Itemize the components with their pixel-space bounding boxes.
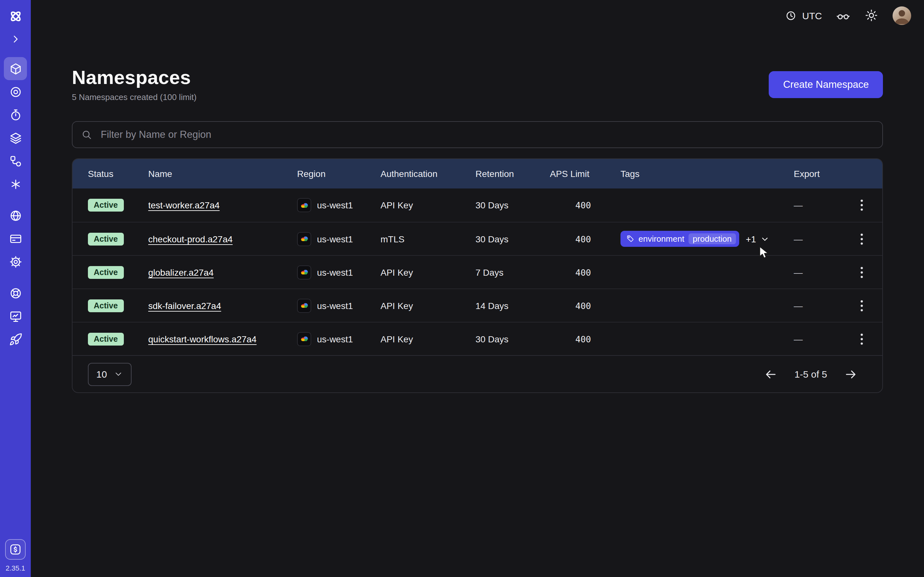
aps-limit-value: 400 — [550, 300, 620, 311]
status-cell: Active — [88, 199, 148, 211]
clock-icon — [785, 9, 797, 21]
auth-label: API Key — [381, 200, 475, 210]
tags-expand-chevron[interactable] — [760, 234, 770, 244]
sidebar-item-batch[interactable] — [4, 172, 27, 195]
sidebar-item-settings[interactable] — [4, 250, 27, 273]
menu-cell — [849, 264, 875, 280]
cube-icon — [9, 62, 22, 75]
table-row: Active sdk-failover.a27a4 us-west1 API K… — [73, 288, 882, 322]
search-bar — [72, 121, 883, 148]
namespace-link[interactable]: sdk-failover.a27a4 — [148, 300, 221, 311]
status-badge: Active — [88, 266, 124, 279]
status-cell: Active — [88, 266, 148, 279]
table-footer: 10 1-5 of 5 — [73, 355, 882, 392]
export-value: — — [794, 234, 849, 244]
sidebar-item-support[interactable] — [4, 282, 27, 305]
tag-key-label: environment — [638, 234, 684, 243]
tag-chip[interactable]: environment production — [620, 231, 740, 247]
table-body: Active test-worker.a27a4 us-west1 API Ke… — [73, 189, 882, 355]
status-badge: Active — [88, 232, 124, 245]
temporal-logo[interactable] — [6, 6, 25, 26]
export-value: — — [794, 334, 849, 344]
sidebar-item-namespaces[interactable] — [4, 57, 27, 80]
theme-toggle-button[interactable] — [864, 8, 879, 23]
user-avatar[interactable] — [893, 6, 911, 25]
arrow-left-icon — [764, 367, 778, 381]
kebab-icon — [853, 297, 870, 314]
gcp-cloud-icon — [297, 332, 311, 346]
chevron-down-icon — [113, 369, 123, 379]
gear-icon — [9, 255, 22, 268]
kebab-icon — [853, 264, 870, 280]
export-value: — — [794, 200, 849, 210]
workflow-icon — [9, 154, 22, 168]
column-header-name: Name — [148, 169, 297, 179]
table-row: Active quickstart-workflows.a27a4 us-wes… — [73, 322, 882, 355]
status-badge: Active — [88, 199, 124, 211]
sidebar-item-billing[interactable] — [4, 227, 27, 250]
auth-label: mTLS — [381, 234, 475, 244]
row-menu-button[interactable] — [853, 230, 870, 247]
sidebar-expand-button[interactable] — [6, 29, 25, 49]
page-size-select[interactable]: 10 — [88, 363, 131, 386]
chevron-right-icon — [10, 33, 21, 45]
tags-more-label: +1 — [746, 234, 756, 244]
row-menu-button[interactable] — [853, 197, 870, 213]
menu-cell — [849, 330, 875, 347]
menu-cell — [849, 230, 875, 247]
retention-label: 30 Days — [475, 234, 550, 244]
row-menu-button[interactable] — [853, 297, 870, 314]
column-header-status: Status — [88, 169, 148, 179]
create-namespace-button[interactable]: Create Namespace — [769, 71, 883, 98]
timezone-button[interactable]: UTC — [785, 9, 822, 21]
topbar: UTC — [31, 0, 924, 31]
gcp-cloud-icon — [297, 232, 311, 246]
next-page-button[interactable] — [844, 367, 858, 381]
search-input[interactable] — [72, 121, 883, 148]
credit-card-icon — [9, 232, 22, 245]
status-cell: Active — [88, 299, 148, 312]
sidebar-item-monitor[interactable] — [4, 80, 27, 103]
app-root: 2.35.1 UTC — [0, 0, 924, 577]
aps-limit-value: 400 — [550, 200, 620, 210]
sidebar-item-schedules[interactable] — [4, 103, 27, 126]
region-cell: us-west1 — [297, 298, 381, 313]
name-cell: checkout-prod.a27a4 — [148, 234, 297, 244]
region-label: us-west1 — [317, 234, 353, 244]
search-icon — [81, 129, 92, 140]
status-cell: Active — [88, 232, 148, 245]
lifebuoy-icon — [9, 286, 22, 300]
aps-limit-value: 400 — [550, 267, 620, 277]
page-content: Namespaces 5 Namespaces created (100 lim… — [31, 31, 924, 577]
column-header-aps-limit: APS Limit — [550, 169, 620, 179]
row-menu-button[interactable] — [853, 264, 870, 280]
sidebar-nav — [0, 57, 31, 351]
layers-icon — [9, 131, 22, 145]
usage-button[interactable] — [5, 539, 26, 560]
sidebar-item-getting-started[interactable] — [4, 327, 27, 351]
column-header-retention: Retention — [475, 169, 550, 179]
column-header-tags: Tags — [620, 169, 794, 179]
sidebar-item-deployments[interactable] — [4, 126, 27, 149]
sidebar-item-regions[interactable] — [4, 204, 27, 227]
sidebar: 2.35.1 — [0, 0, 31, 577]
gcp-cloud-icon — [297, 298, 311, 313]
asterisk-icon — [9, 177, 22, 191]
export-value: — — [794, 300, 849, 311]
region-cell: us-west1 — [297, 332, 381, 346]
monitor-chart-icon — [9, 309, 22, 323]
namespace-link[interactable]: test-worker.a27a4 — [148, 200, 220, 210]
gcp-cloud-icon — [297, 265, 311, 279]
namespace-link[interactable]: checkout-prod.a27a4 — [148, 234, 233, 244]
row-menu-button[interactable] — [853, 330, 870, 347]
namespace-link[interactable]: globalizer.a27a4 — [148, 267, 214, 277]
sidebar-item-workflows[interactable] — [4, 149, 27, 172]
sidebar-item-observability[interactable] — [4, 305, 27, 327]
prev-page-button[interactable] — [764, 367, 778, 381]
menu-cell — [849, 297, 875, 314]
sidebar-bottom: 2.35.1 — [0, 539, 31, 572]
kebab-icon — [853, 330, 870, 347]
namespace-link[interactable]: quickstart-workflows.a27a4 — [148, 334, 257, 344]
table-row: Active globalizer.a27a4 us-west1 API Key… — [73, 255, 882, 288]
feedback-button[interactable] — [836, 8, 850, 23]
